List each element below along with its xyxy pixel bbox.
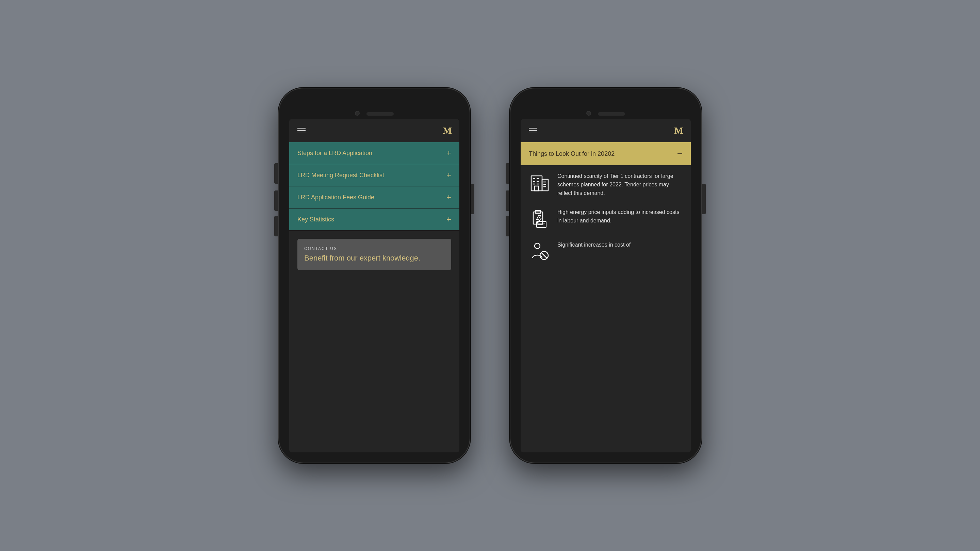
- phone-top-left: [279, 89, 469, 119]
- cost-icon: [529, 241, 550, 263]
- building-icon: [529, 172, 550, 194]
- speaker-left: [366, 112, 394, 116]
- phone-left: M Steps for a LRD Application + LRD Meet…: [279, 89, 469, 462]
- phone-top-right: [511, 89, 701, 119]
- camera-right: [586, 111, 591, 116]
- speaker-right: [598, 112, 625, 116]
- accordion-item-steps: Steps for a LRD Application +: [289, 142, 460, 164]
- hamburger-menu-right[interactable]: [529, 128, 537, 133]
- accordion-expand-statistics: +: [447, 215, 451, 224]
- svg-rect-1: [542, 179, 548, 191]
- camera-left: [355, 111, 360, 116]
- accordion-row-statistics[interactable]: Key Statistics +: [289, 208, 460, 230]
- content-text-energy: High energy price inputs adding to incre…: [557, 208, 682, 225]
- phone-right: M Things to Look Out for in 20202 −: [511, 89, 701, 462]
- hamburger-menu-left[interactable]: [298, 128, 305, 133]
- svg-rect-11: [535, 186, 539, 191]
- accordion-expand-meeting: +: [447, 171, 451, 179]
- content-text-building: Continued scarcity of Tier 1 contractors…: [557, 172, 682, 197]
- screen-left: M Steps for a LRD Application + LRD Meet…: [289, 119, 460, 453]
- svg-rect-0: [531, 176, 542, 191]
- contact-text: Benefit from our expert knowledge.: [304, 254, 444, 263]
- energy-icon: [529, 208, 550, 230]
- app-logo-left: M: [443, 125, 451, 136]
- app-logo-right: M: [675, 125, 682, 136]
- contact-label: CONTACT US: [304, 246, 444, 251]
- accordion-expanded-label: Things to Look Out for in 20202: [529, 150, 614, 157]
- accordion-item-meeting: LRD Meeting Request Checklist +: [289, 164, 460, 186]
- contact-section: CONTACT US Benefit from our expert knowl…: [298, 239, 451, 270]
- accordion-collapse-icon: −: [677, 149, 682, 159]
- accordion-row-fees[interactable]: LRD Application Fees Guide +: [289, 186, 460, 208]
- accordion-list-left: Steps for a LRD Application + LRD Meetin…: [289, 142, 460, 453]
- accordion-row-steps[interactable]: Steps for a LRD Application +: [289, 142, 460, 164]
- content-item-building: Continued scarcity of Tier 1 contractors…: [529, 172, 682, 197]
- svg-point-17: [535, 243, 540, 249]
- accordion-expanded-row[interactable]: Things to Look Out for in 20202 −: [520, 142, 691, 165]
- accordion-expand-steps: +: [447, 149, 451, 157]
- accordion-label-steps: Steps for a LRD Application: [298, 150, 372, 157]
- app-header-left: M: [289, 119, 460, 142]
- content-item-energy: High energy price inputs adding to incre…: [529, 208, 682, 230]
- content-item-cost: Significant increases in cost of: [529, 241, 682, 263]
- content-text-cost: Significant increases in cost of: [557, 241, 682, 249]
- accordion-item-fees: LRD Application Fees Guide +: [289, 186, 460, 208]
- accordion-label-meeting: LRD Meeting Request Checklist: [298, 172, 384, 179]
- accordion-expand-fees: +: [447, 193, 451, 202]
- accordion-content-right: Continued scarcity of Tier 1 contractors…: [520, 165, 691, 453]
- app-header-right: M: [520, 119, 691, 142]
- accordion-row-meeting[interactable]: LRD Meeting Request Checklist +: [289, 164, 460, 186]
- accordion-item-statistics: Key Statistics +: [289, 208, 460, 230]
- accordion-label-statistics: Key Statistics: [298, 216, 334, 223]
- screen-right: M Things to Look Out for in 20202 −: [520, 119, 691, 453]
- accordion-label-fees: LRD Application Fees Guide: [298, 194, 374, 201]
